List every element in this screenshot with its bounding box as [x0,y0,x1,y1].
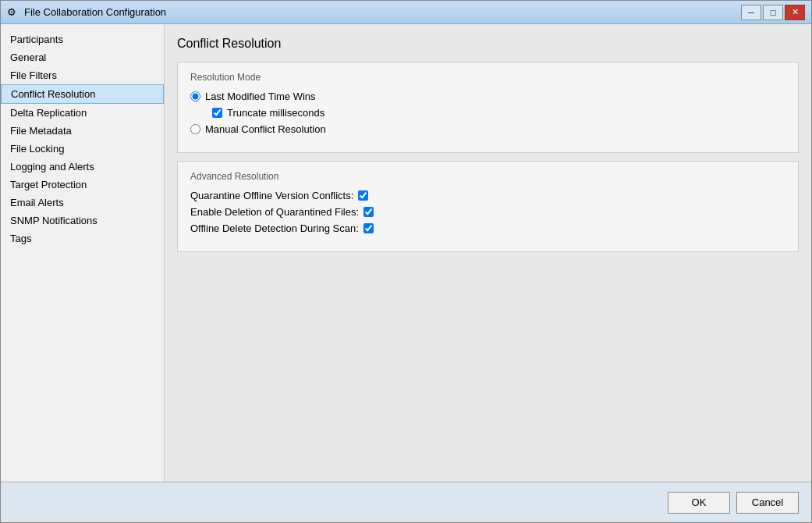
enable-deletion-checkbox[interactable] [363,207,374,217]
app-icon: ⚙ [7,6,20,19]
truncate-ms-checkbox[interactable] [212,108,222,118]
sidebar-item-participants[interactable]: Participants [1,30,164,48]
offline-delete-row: Offline Delete Detection During Scan: [190,222,785,234]
sidebar-item-general[interactable]: General [1,48,164,66]
advanced-resolution-label: Advanced Resolution [190,171,785,182]
title-bar-buttons: ─ □ ✕ [741,5,805,20]
main-window: ⚙ File Collaboration Configuration ─ □ ✕… [0,0,812,523]
minimize-button[interactable]: ─ [741,5,761,20]
sidebar-item-snmp-notifications[interactable]: SNMP Notifications [1,212,164,229]
advanced-resolution-panel: Advanced Resolution Quarantine Offline V… [177,161,799,252]
offline-delete-checkbox[interactable] [363,223,374,233]
quarantine-checkbox[interactable] [358,190,368,201]
page-title: Conflict Resolution [177,37,799,51]
main-area: ParticipantsGeneralFile FiltersConflict … [1,24,811,482]
offline-delete-label: Offline Delete Detection During Scan: [190,222,359,234]
resolution-mode-label: Resolution Mode [190,72,785,83]
sidebar-item-file-locking[interactable]: File Locking [1,140,164,158]
title-bar-left: ⚙ File Collaboration Configuration [7,6,166,19]
restore-button[interactable]: □ [763,5,783,20]
sidebar-item-tags[interactable]: Tags [1,229,164,247]
quarantine-label: Quarantine Offline Version Conflicts: [190,190,353,201]
quarantine-row: Quarantine Offline Version Conflicts: [190,190,785,201]
cancel-button[interactable]: Cancel [736,492,799,514]
truncate-ms-row: Truncate milliseconds [212,107,785,119]
radio-manual-conflict[interactable] [190,124,200,134]
radio-last-modified-label[interactable]: Last Modified Time Wins [205,91,316,102]
sidebar-item-file-metadata[interactable]: File Metadata [1,122,164,140]
sidebar-item-email-alerts[interactable]: Email Alerts [1,194,164,212]
footer: OK Cancel [1,482,811,522]
enable-deletion-label: Enable Deletion of Quarantined Files: [190,206,359,218]
radio-last-modified-row: Last Modified Time Wins [190,91,785,102]
sidebar-item-target-protection[interactable]: Target Protection [1,176,164,194]
sidebar-item-logging-and-alerts[interactable]: Logging and Alerts [1,158,164,176]
sidebar-item-delta-replication[interactable]: Delta Replication [1,104,164,122]
resolution-mode-panel: Resolution Mode Last Modified Time Wins … [177,62,799,153]
truncate-ms-label[interactable]: Truncate milliseconds [227,107,324,119]
close-button[interactable]: ✕ [785,5,805,20]
radio-manual-label[interactable]: Manual Conflict Resolution [205,123,326,135]
content-area: Conflict Resolution Resolution Mode Last… [165,24,811,482]
sidebar: ParticipantsGeneralFile FiltersConflict … [1,24,165,482]
sidebar-item-conflict-resolution[interactable]: Conflict Resolution [1,84,164,104]
title-bar: ⚙ File Collaboration Configuration ─ □ ✕ [1,1,811,24]
enable-deletion-row: Enable Deletion of Quarantined Files: [190,206,785,218]
ok-button[interactable]: OK [668,492,730,514]
window-title: File Collaboration Configuration [24,6,166,18]
radio-manual-row: Manual Conflict Resolution [190,123,785,135]
radio-last-modified[interactable] [190,91,200,101]
sidebar-item-file-filters[interactable]: File Filters [1,66,164,84]
